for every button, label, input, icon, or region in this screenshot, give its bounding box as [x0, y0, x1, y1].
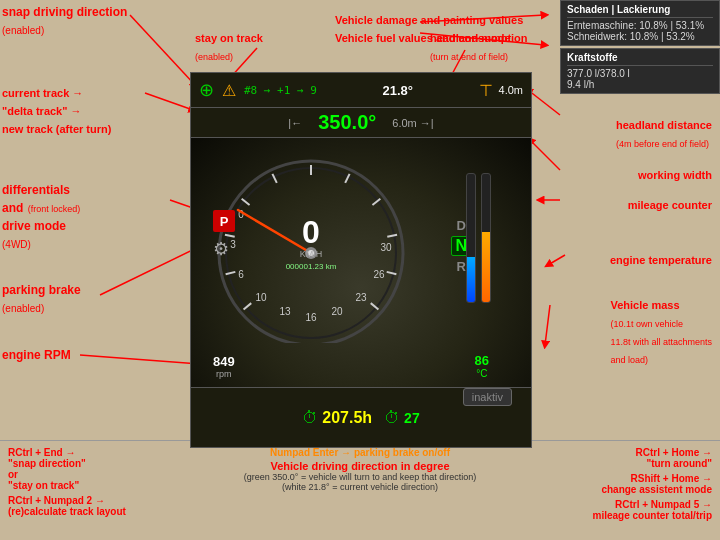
engine-temp-label: engine temperature [610, 250, 712, 268]
svg-line-4 [225, 235, 235, 237]
svg-line-40 [530, 140, 560, 170]
headland-icon: ⊤ [479, 81, 493, 100]
svg-line-23 [238, 210, 311, 253]
headland-distance-label: headland distance (4m before end of fiel… [616, 115, 712, 151]
svg-line-31 [145, 93, 193, 110]
bar-blue-fill [467, 257, 475, 302]
svg-line-11 [387, 272, 397, 274]
recalc-layout-label: (re)calculate track layout [8, 506, 209, 517]
rshift-home-label: RShift + Home → [511, 473, 712, 484]
headland-mode-label: headland mode (turn at end of field) [430, 28, 511, 64]
parking-brake-label: parking brake (enabled) [2, 280, 81, 316]
damage-title: Schaden | Lackierung [567, 4, 713, 18]
svg-text:KM/H: KM/H [300, 249, 323, 259]
gear-r: R [457, 259, 466, 274]
svg-text:16: 16 [305, 312, 317, 323]
heading-green: 350.0° [318, 111, 376, 134]
vehicle-mass-label: Vehicle mass (10.1t own vehicle 11.8t wi… [610, 295, 712, 367]
instrument-top-bar: ⊕ ⚠ #8 → +1 → 9 21.8° ⊤ 4.0m [190, 72, 532, 108]
or-label: or [8, 469, 209, 480]
rpm-value: 849 [213, 354, 235, 369]
turn-around-label: "turn around" [511, 458, 712, 469]
change-assistent-label: change assistent mode [511, 484, 712, 495]
snap-dir-label: "snap direction" [8, 458, 209, 469]
bar-orange-fill [482, 232, 490, 302]
timer-icon: ⏱ [302, 409, 318, 427]
fuel-row1: 377.0 l/378.0 l [567, 68, 713, 79]
headland-right: ⊤ 4.0m [479, 81, 523, 100]
svg-text:13: 13 [279, 306, 291, 317]
svg-text:6: 6 [238, 269, 244, 280]
work-width-prefix: |← [288, 117, 302, 129]
green-dir-label: (green 350.0° = vehicle will turn to and… [209, 472, 511, 482]
timer-left: ⏱ 207.5h [302, 409, 372, 427]
svg-line-30 [130, 15, 195, 85]
bottom-center: Numpad Enter → parking brake on/off Vehi… [209, 447, 511, 534]
svg-text:26: 26 [373, 269, 385, 280]
track-info: #8 → +1 → 9 [244, 84, 317, 97]
mileage-counter-label: mileage counter [628, 195, 712, 213]
numpad-enter-label: Numpad Enter → parking brake on/off [209, 447, 511, 458]
svg-text:20: 20 [331, 306, 343, 317]
bottom-left: RCtrl + End → "snap direction" or "stay … [8, 447, 209, 534]
rctrl-num5-label: RCtrl + Numpad 5 → [511, 499, 712, 510]
rpm-display: 849 rpm [213, 354, 235, 379]
vehicle-dir-label: Vehicle driving direction in degree [209, 460, 511, 472]
rpm-unit: rpm [213, 369, 235, 379]
work-width-val: 6.0m →| [392, 117, 433, 129]
white-dir-label: (white 21.8° = current vehicle direction… [209, 482, 511, 492]
svg-text:10: 10 [255, 292, 267, 303]
svg-line-42 [548, 255, 565, 265]
heading-row: |← 350.0° 6.0m →| [288, 111, 433, 134]
engine-rpm-label: engine RPM [2, 345, 71, 363]
bottom-annotations: RCtrl + End → "snap direction" or "stay … [0, 440, 720, 540]
parking-p-indicator: P [213, 210, 235, 232]
rctrl-num2-label: RCtrl + Numpad 2 → [8, 495, 209, 506]
bar-orange [481, 173, 491, 303]
current-track-label: current track → "delta track" → new trac… [2, 83, 111, 137]
damage-row1: Erntemaschine: 10.8% | 53.1% [567, 20, 713, 31]
heading-white: 21.8° [382, 83, 413, 98]
warning-icon: ⚠ [222, 81, 236, 100]
svg-text:000001.23 km: 000001.23 km [286, 262, 337, 271]
svg-text:0: 0 [302, 214, 320, 250]
svg-line-39 [528, 90, 560, 115]
counter-value: 27 [404, 410, 420, 426]
speedometer-svg: 0 3 6 10 13 16 20 23 26 30 0 KM/H 000001… [211, 143, 411, 343]
rctrl-end-label: RCtrl + End → [8, 447, 209, 458]
bottom-right: RCtrl + Home → "turn around" RShift + Ho… [511, 447, 712, 534]
damage-row2: Schneidwerk: 10.8% | 53.2% [567, 31, 713, 42]
inaktiv-badge: inaktiv [463, 388, 512, 406]
bars-display [466, 168, 491, 308]
temp-unit: °C [475, 368, 489, 379]
fuel-box: Kraftstoffe 377.0 l/378.0 l 9.4 l/h [560, 48, 720, 94]
main-cluster: 0 3 6 10 13 16 20 23 26 30 0 KM/H 000001… [190, 138, 532, 388]
fuel-title: Kraftstoffe [567, 52, 713, 66]
heading-bar: |← 350.0° 6.0m →| [190, 108, 532, 138]
bar-blue [466, 173, 476, 303]
headland-dist-val: 4.0m [499, 84, 523, 96]
differentials-label: differentials and (front locked) drive m… [2, 180, 80, 252]
diff-lock-icon: ⚙ [213, 238, 229, 260]
temperature-display: 86 °C [475, 353, 489, 379]
rctrl-home-label: RCtrl + Home → [511, 447, 712, 458]
damage-box: Schaden | Lackierung Erntemaschine: 10.8… [560, 0, 720, 46]
heading-display: 21.8° [382, 83, 413, 98]
temp-value: 86 [475, 353, 489, 368]
svg-line-3 [226, 272, 236, 274]
time-row: ⏱ 207.5h ⏱ 27 [302, 409, 419, 427]
svg-text:3: 3 [230, 239, 236, 250]
time-value: 207.5h [322, 409, 372, 427]
snap-direction-label: snap driving direction (enabled) [2, 2, 127, 38]
stay-on-track-label: stay on track (enabled) [195, 28, 263, 64]
top-right-info: Schaden | Lackierung Erntemaschine: 10.8… [560, 0, 720, 94]
working-width-label: working width [638, 165, 712, 183]
svg-line-43 [545, 305, 550, 345]
stay-on-track-icon: ⊕ [199, 79, 214, 101]
fuel-row2: 9.4 l/h [567, 79, 713, 90]
stay-track-label: "stay on track" [8, 480, 209, 491]
mileage-total-label: mileage counter total/trip [511, 510, 712, 521]
counter-right: ⏱ 27 [384, 409, 420, 427]
svg-line-10 [387, 235, 397, 237]
counter-icon: ⏱ [384, 409, 400, 427]
